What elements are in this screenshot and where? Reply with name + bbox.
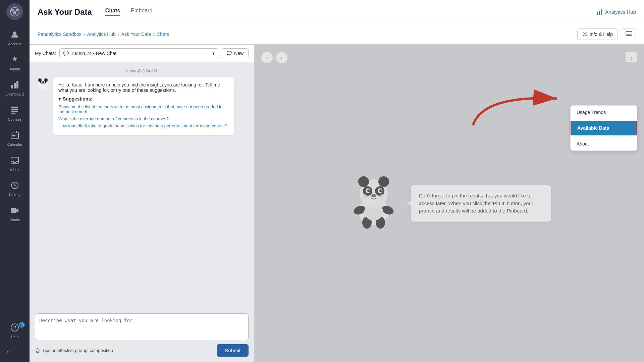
breadcrumb-item-1[interactable]: Pandalytics Sandbox bbox=[38, 32, 82, 37]
suggestion-link-3[interactable]: How long did it take to grade submission… bbox=[58, 123, 229, 128]
analytics-hub-label: Analytics Hub bbox=[605, 9, 636, 15]
sidebar-item-help[interactable]: ? 10 Help bbox=[2, 320, 28, 342]
sidebar-item-inbox[interactable]: Inbox bbox=[2, 153, 28, 174]
chat-select-dropdown[interactable]: 💬 10/3/2024 - New Chat ▾ bbox=[59, 48, 218, 58]
suggestion-link-1[interactable]: Show me the list of teachers with the mo… bbox=[58, 104, 229, 114]
tips-label: Tips on effective prompt composition bbox=[42, 348, 113, 353]
panel-nav: ‹ › bbox=[261, 52, 288, 64]
sidebar-item-account[interactable]: Account bbox=[2, 27, 28, 49]
body-area: My Chats: 💬 10/3/2024 - New Chat ▾ New bbox=[30, 45, 644, 362]
svg-point-69 bbox=[380, 194, 384, 198]
svg-point-26 bbox=[584, 33, 586, 35]
chevron-down-icon: ▾ bbox=[58, 96, 61, 102]
new-chat-icon bbox=[227, 51, 232, 56]
suggestion-link-2[interactable]: What's the average number of comments in… bbox=[58, 116, 229, 121]
svg-rect-16 bbox=[12, 135, 14, 136]
svg-rect-8 bbox=[11, 107, 18, 108]
breadcrumb-sep-3: › bbox=[153, 32, 155, 37]
lightbulb-icon bbox=[35, 348, 40, 353]
suggestions-label: Suggestions: bbox=[63, 96, 93, 102]
submit-button[interactable]: Submit bbox=[217, 344, 249, 357]
suggestions-toggle[interactable]: ▾ Suggestions: bbox=[58, 96, 229, 102]
svg-point-58 bbox=[378, 176, 389, 187]
dropdown-item-usage-trends[interactable]: Usage Trends bbox=[571, 106, 637, 119]
courses-icon bbox=[10, 106, 19, 116]
keyboard-shortcut-button[interactable] bbox=[622, 28, 636, 40]
dropdown-item-about[interactable]: About bbox=[571, 137, 637, 150]
analytics-hub-icon bbox=[596, 9, 603, 15]
new-button-label: New bbox=[234, 51, 244, 56]
sidebar-item-label: Account bbox=[8, 42, 21, 46]
dashboard-icon bbox=[10, 80, 19, 91]
analytics-hub-link[interactable]: Analytics Hub bbox=[596, 9, 636, 15]
calendar-icon bbox=[10, 131, 19, 141]
panda-svg bbox=[347, 168, 400, 229]
svg-rect-10 bbox=[11, 111, 18, 112]
dropdown-menu: Usage Trends Available Data About bbox=[570, 105, 637, 151]
svg-rect-17 bbox=[14, 135, 15, 136]
three-dots-menu-button[interactable]: ⋮ bbox=[625, 52, 637, 62]
history-icon bbox=[10, 181, 19, 192]
header-right: Analytics Hub bbox=[596, 9, 636, 15]
chat-footer: Tips on effective prompt composition Sub… bbox=[35, 344, 249, 357]
help-icon: ? bbox=[10, 323, 19, 334]
breadcrumb-bar: Pandalytics Sandbox › Analytics Hub › As… bbox=[30, 24, 644, 45]
breadcrumb-item-4: Chats bbox=[157, 32, 169, 37]
gear-icon bbox=[582, 32, 588, 37]
keyboard-icon bbox=[626, 31, 632, 36]
sidebar-item-admin[interactable]: Admin bbox=[2, 53, 28, 74]
svg-point-67 bbox=[371, 194, 376, 197]
sidebar-item-label: Studio bbox=[9, 218, 20, 222]
svg-point-2 bbox=[16, 9, 18, 11]
breadcrumb-item-2[interactable]: Analytics Hub bbox=[87, 32, 116, 37]
svg-text:?: ? bbox=[13, 325, 16, 330]
svg-rect-27 bbox=[626, 32, 632, 36]
sidebar-item-courses[interactable]: Courses bbox=[2, 103, 28, 124]
info-bubble-text: Don't forget to pin the results that you… bbox=[419, 192, 543, 215]
top-header: Ask Your Data Chats Pinboard Analytics H… bbox=[30, 0, 644, 24]
breadcrumb-item-3[interactable]: Ask Your Data bbox=[121, 32, 151, 37]
svg-point-45 bbox=[41, 82, 42, 82]
tab-chats[interactable]: Chats bbox=[105, 8, 120, 16]
inbox-icon bbox=[10, 156, 19, 167]
svg-rect-34 bbox=[227, 51, 231, 55]
svg-point-66 bbox=[381, 190, 382, 191]
right-panel: ‹ › ⋮ Usage Trends Available Data About bbox=[254, 45, 644, 362]
sidebar-item-label: Inbox bbox=[10, 168, 19, 172]
dropdown-divider bbox=[571, 120, 637, 120]
svg-point-3 bbox=[13, 11, 16, 14]
nav-next-button[interactable]: › bbox=[276, 52, 288, 64]
svg-rect-24 bbox=[599, 11, 600, 15]
sidebar-bottom: ? 10 Help ← bbox=[2, 318, 28, 359]
chat-panel: My Chats: 💬 10/3/2024 - New Chat ▾ New bbox=[30, 45, 254, 362]
message-text: Hello, Katie. I am here to help you find… bbox=[58, 82, 229, 93]
svg-point-68 bbox=[363, 194, 367, 198]
sidebar-item-calendar[interactable]: Calendar bbox=[2, 128, 28, 149]
admin-icon bbox=[10, 55, 19, 66]
dropdown-item-available-data[interactable]: Available Data bbox=[571, 121, 637, 135]
svg-rect-23 bbox=[597, 12, 598, 15]
collapse-sidebar-button[interactable]: ← bbox=[2, 344, 28, 359]
sidebar: Account Admin Dashboard bbox=[0, 0, 30, 362]
app-logo[interactable] bbox=[6, 3, 23, 20]
new-chat-button[interactable]: New bbox=[222, 48, 249, 58]
sidebar-item-history[interactable]: History bbox=[2, 178, 28, 199]
sidebar-item-label: Calendar bbox=[7, 142, 22, 146]
tips-link[interactable]: Tips on effective prompt composition bbox=[35, 348, 113, 353]
selected-chat-value: 10/3/2024 - New Chat bbox=[71, 51, 116, 56]
tab-pinboard[interactable]: Pinboard bbox=[131, 8, 152, 16]
svg-rect-7 bbox=[16, 81, 18, 88]
sidebar-item-dashboard[interactable]: Dashboard bbox=[2, 78, 28, 99]
sidebar-item-studio[interactable]: Studio bbox=[2, 203, 28, 225]
chat-input[interactable] bbox=[35, 313, 249, 340]
message-timestamp: today @ 8:24 AM bbox=[36, 69, 247, 73]
my-chats-label: My Chats: bbox=[35, 51, 56, 56]
message-block: Hello, Katie. I am here to help you find… bbox=[36, 77, 247, 135]
panda-avatar bbox=[36, 77, 50, 91]
main-content: Ask Your Data Chats Pinboard Analytics H… bbox=[30, 0, 644, 362]
breadcrumb-sep-2: › bbox=[118, 32, 119, 37]
info-help-button[interactable]: Info & Help bbox=[577, 28, 618, 40]
suggestions-section: ▾ Suggestions: Show me the list of teach… bbox=[58, 96, 229, 128]
nav-prev-button[interactable]: ‹ bbox=[261, 52, 273, 64]
sidebar-item-label: Help bbox=[11, 335, 19, 339]
